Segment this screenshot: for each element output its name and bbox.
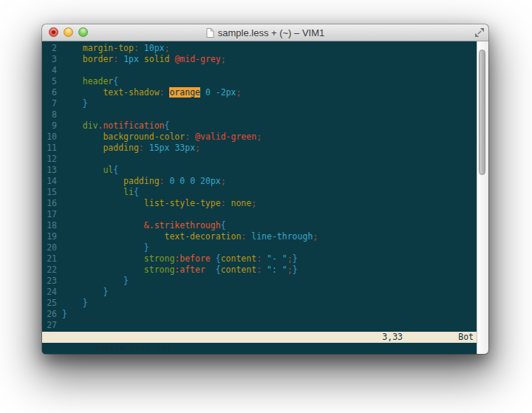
code-text: div.notification{ xyxy=(62,120,169,131)
expand-arrows-icon[interactable] xyxy=(474,27,485,38)
line-number: 13 xyxy=(42,165,57,176)
line-number: 26 xyxy=(42,309,57,320)
code-area[interactable]: 2 margin-top: 10px;3 border: 1px solid @… xyxy=(42,41,477,332)
code-text: ul{ xyxy=(62,165,118,175)
title-bar[interactable]: sample.less + (~) – VIM1 xyxy=(42,24,488,41)
code-line: 27 xyxy=(42,320,477,331)
document-icon xyxy=(206,28,214,38)
line-number: 25 xyxy=(42,298,57,309)
line-number: 23 xyxy=(42,276,57,287)
code-line: 2 margin-top: 10px; xyxy=(42,43,477,54)
line-number: 4 xyxy=(42,65,57,76)
line-number: 6 xyxy=(42,87,57,98)
line-number: 14 xyxy=(42,176,57,187)
line-number: 19 xyxy=(42,231,57,242)
code-line: 9 div.notification{ xyxy=(42,120,477,132)
code-text: strong:before {content: "- ";} xyxy=(62,253,298,264)
line-number: 24 xyxy=(42,287,57,298)
code-text: padding: 0 0 0 20px; xyxy=(62,176,226,186)
code-text: text-shadow: orange 0 -2px; xyxy=(62,87,241,98)
code-text: } xyxy=(62,276,129,286)
code-line: 19 text-decoration: line-through; xyxy=(42,231,477,242)
code-line: 25 } xyxy=(42,298,477,309)
window-body: 2 margin-top: 10px;3 border: 1px solid @… xyxy=(42,41,488,354)
line-number: 22 xyxy=(42,264,57,276)
code-text: } xyxy=(62,298,88,308)
code-text: margin-top: 10px; xyxy=(62,43,169,53)
code-line: 21 strong:before {content: "- ";} xyxy=(42,253,477,264)
line-number: 21 xyxy=(42,253,57,264)
code-line: 12 xyxy=(42,154,477,165)
code-line: 22 strong:after {content: ": ";} xyxy=(42,264,477,276)
line-number: 15 xyxy=(42,187,57,198)
line-number: 16 xyxy=(42,198,57,209)
zoom-button[interactable] xyxy=(78,27,88,37)
code-text: border: 1px solid @mid-grey; xyxy=(62,54,226,64)
code-line: 5 header{ xyxy=(42,76,477,87)
code-text: } xyxy=(62,98,88,109)
code-line: 8 xyxy=(42,109,477,120)
window-controls xyxy=(49,27,88,37)
line-number: 9 xyxy=(42,120,57,132)
code-text: } xyxy=(62,309,67,319)
code-line: 23 } xyxy=(42,276,477,287)
code-text: list-style-type: none; xyxy=(62,198,256,208)
code-text: strong:after {content: ": ";} xyxy=(62,264,298,275)
code-line: 20 } xyxy=(42,242,477,253)
line-number: 17 xyxy=(42,209,57,220)
line-number: 11 xyxy=(42,143,57,154)
code-text: li{ xyxy=(62,187,139,197)
line-number: 27 xyxy=(42,320,57,331)
code-line: 18 &.strikethrough{ xyxy=(42,220,477,231)
code-text: text-decoration: line-through; xyxy=(62,231,318,242)
desktop-background: sample.less + (~) – VIM1 2 margin-top: 1… xyxy=(0,0,532,413)
code-line: 26} xyxy=(42,309,477,320)
line-number: 3 xyxy=(42,54,57,65)
code-text: } xyxy=(62,242,149,253)
code-line: 13 ul{ xyxy=(42,165,477,176)
code-line: 24 } xyxy=(42,287,477,298)
code-line: 7 } xyxy=(42,98,477,109)
code-text: &.strikethrough{ xyxy=(62,220,226,231)
line-number: 2 xyxy=(42,43,57,54)
status-bar: sample.less [+] 3,33 Bot xyxy=(42,332,477,343)
vim-window: sample.less + (~) – VIM1 2 margin-top: 1… xyxy=(42,24,488,354)
code-text: background-color: @valid-green; xyxy=(62,132,262,142)
code-line: 4 xyxy=(42,65,477,76)
line-number: 18 xyxy=(42,220,57,231)
line-number: 5 xyxy=(42,76,57,87)
code-text: header{ xyxy=(62,76,118,86)
window-title-text: sample.less + (~) – VIM1 xyxy=(218,27,325,38)
code-line: 3 border: 1px solid @mid-grey; xyxy=(42,54,477,65)
window-title: sample.less + (~) – VIM1 xyxy=(206,27,325,38)
code-lines: 2 margin-top: 10px;3 border: 1px solid @… xyxy=(42,43,477,331)
code-line: 6 text-shadow: orange 0 -2px; xyxy=(42,87,477,98)
code-line: 15 li{ xyxy=(42,187,477,198)
close-button[interactable] xyxy=(49,27,58,37)
scrollbar-track[interactable] xyxy=(477,41,488,354)
editor-pane: 2 margin-top: 10px;3 border: 1px solid @… xyxy=(42,41,477,354)
code-line: 10 background-color: @valid-green; xyxy=(42,132,477,143)
line-number: 12 xyxy=(42,154,57,165)
status-filename: sample.less [+] xyxy=(95,343,171,353)
cursor-position: 3,33 xyxy=(382,332,403,343)
line-number: 7 xyxy=(42,98,57,109)
code-text: padding: 15px 33px; xyxy=(62,143,200,153)
scrollbar-thumb[interactable] xyxy=(479,50,485,175)
code-line: 16 list-style-type: none; xyxy=(42,198,477,209)
code-line: 17 xyxy=(42,209,477,220)
code-text: } xyxy=(62,287,108,297)
scroll-position-label: Bot xyxy=(458,332,474,343)
line-number: 20 xyxy=(42,242,57,253)
code-line: 14 padding: 0 0 0 20px; xyxy=(42,176,477,187)
line-number: 8 xyxy=(42,109,57,120)
code-line: 11 padding: 15px 33px; xyxy=(42,143,477,154)
minimize-button[interactable] xyxy=(64,27,73,37)
line-number: 10 xyxy=(42,132,57,143)
